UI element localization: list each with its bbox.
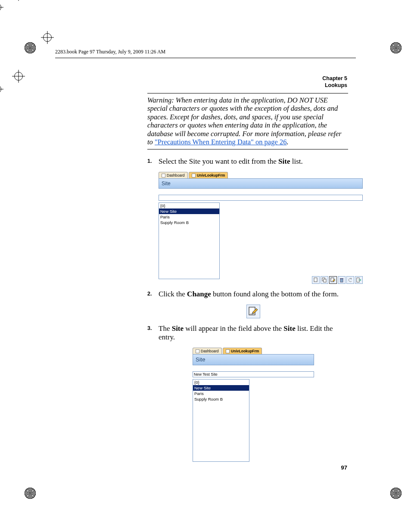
registration-mark xyxy=(12,0,25,1)
tab-dashboard-label: Dashboard xyxy=(167,173,185,177)
step-3-text-1: The xyxy=(159,324,172,333)
warning-suffix: . xyxy=(286,138,288,146)
form-toolbar xyxy=(312,276,363,284)
step-3-text-mid: will appear in the field above the xyxy=(184,324,283,333)
change-button[interactable] xyxy=(329,276,337,284)
print-mark xyxy=(390,42,402,53)
screenshot-site-edit: Dashboard UnivLookupFrm Site {0} New Sit… xyxy=(193,348,314,460)
step-1: 1. Select the Site you want to edit from… xyxy=(147,157,348,284)
screenshot-site-list: Dashboard UnivLookupFrm Site {0} New Sit… xyxy=(159,172,363,284)
delete-button[interactable] xyxy=(338,276,346,284)
tab-dashboard-label: Dashboard xyxy=(201,349,219,353)
registration-mark xyxy=(12,70,25,83)
panel-title: Site xyxy=(193,354,314,365)
running-header-text: 2283.book Page 97 Thursday, July 9, 2009… xyxy=(55,49,165,55)
tab-univlookup[interactable]: UnivLookupFrm xyxy=(223,348,262,354)
list-item[interactable]: {0} xyxy=(193,380,249,385)
step-3-bold-2: Site xyxy=(283,324,295,333)
list-item[interactable]: New Site xyxy=(159,208,219,214)
svg-rect-5 xyxy=(340,278,343,279)
step-number: 2. xyxy=(147,291,152,297)
step-3: 3. The Site will appear in the field abo… xyxy=(147,324,348,460)
list-item[interactable]: {0} xyxy=(159,203,219,208)
list-item[interactable]: Supply Room B xyxy=(159,220,219,225)
print-mark xyxy=(25,488,36,499)
tab-dashboard[interactable]: Dashboard xyxy=(193,348,222,354)
list-item[interactable]: New Site xyxy=(193,385,249,391)
step-2-bold: Change xyxy=(187,290,211,298)
change-button-image xyxy=(246,305,260,318)
step-3-bold-1: Site xyxy=(172,324,184,333)
registration-mark xyxy=(0,83,3,96)
chapter-number: Chapter 5 xyxy=(322,75,347,82)
chapter-title: Lookups xyxy=(322,82,347,89)
tab-univlookup-label: UnivLookupFrm xyxy=(197,173,225,177)
site-list[interactable]: {0} New Site Paris Supply Room B xyxy=(159,202,220,279)
site-input[interactable] xyxy=(193,371,314,377)
new-button[interactable] xyxy=(312,276,320,284)
tab-univlookup[interactable]: UnivLookupFrm xyxy=(189,172,228,178)
step-1-text-after: list. xyxy=(290,157,302,165)
list-item[interactable]: Paris xyxy=(159,214,219,220)
step-number: 1. xyxy=(147,158,152,164)
warning-paragraph: Warning: When entering data in the appli… xyxy=(147,96,348,146)
list-item[interactable]: Paris xyxy=(193,391,249,396)
tab-dashboard[interactable]: Dashboard xyxy=(159,172,188,178)
print-mark xyxy=(25,42,36,53)
step-2-text-after: button found along the bottom of the for… xyxy=(211,290,339,298)
panel-title: Site xyxy=(159,178,363,189)
warning-prefix: Warning: xyxy=(147,96,176,104)
chapter-header: Chapter 5 Lookups xyxy=(322,75,347,89)
divider xyxy=(147,149,348,149)
site-input[interactable] xyxy=(159,195,363,201)
step-2-text-before: Click the xyxy=(159,290,187,298)
print-mark xyxy=(390,488,402,499)
svg-rect-0 xyxy=(314,278,317,282)
site-list[interactable]: {0} New Site Paris Supply Room B xyxy=(193,379,249,462)
divider xyxy=(147,93,348,93)
tab-univlookup-label: UnivLookupFrm xyxy=(231,349,259,353)
step-1-bold: Site xyxy=(278,157,290,165)
page-number: 97 xyxy=(341,464,347,471)
svg-rect-2 xyxy=(324,279,326,282)
exit-button[interactable] xyxy=(355,276,363,284)
registration-mark xyxy=(0,1,3,14)
precautions-link[interactable]: "Precautions When Entering Data" on page… xyxy=(155,138,286,146)
step-number: 3. xyxy=(147,325,152,331)
running-header: 2283.book Page 97 Thursday, July 9, 2009… xyxy=(55,49,356,58)
step-1-text-before: Select the Site you want to edit from th… xyxy=(159,157,278,165)
step-2: 2. Click the Change button found along t… xyxy=(147,290,348,318)
registration-mark xyxy=(41,31,54,44)
copy-button[interactable] xyxy=(321,276,328,284)
list-item[interactable]: Supply Room B xyxy=(193,396,249,402)
svg-rect-4 xyxy=(340,279,343,282)
undo-button[interactable] xyxy=(346,276,354,284)
